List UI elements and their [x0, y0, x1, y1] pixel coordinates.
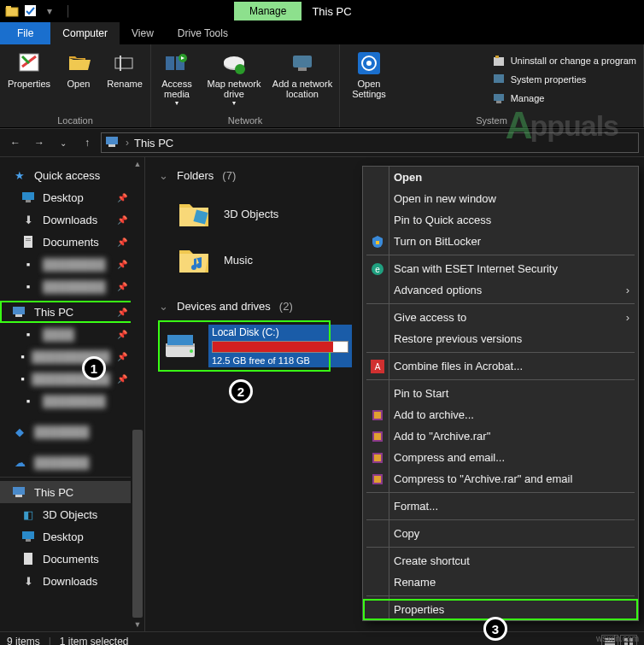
qat-check-icon[interactable] — [24, 4, 38, 18]
sidebar-item-hidden[interactable]: ☁███████ — [0, 451, 144, 473]
folder-icon: ▪ — [20, 280, 36, 293]
cm-pin-start[interactable]: Pin to Start — [363, 383, 638, 404]
map-drive-button[interactable]: Map network drive ▾ — [201, 48, 267, 114]
drive-local-c[interactable]: Local Disk (C:) 12.5 GB free of 118 GB — [159, 321, 330, 371]
ribbon-group-network: Access media ▾ Map network drive ▾ Add a… — [151, 44, 340, 127]
source-credit: wsxdn.com — [596, 634, 639, 643]
svg-rect-26 — [24, 236, 32, 248]
svg-rect-53 — [374, 476, 381, 483]
cm-format[interactable]: Format... — [363, 495, 638, 517]
svg-rect-32 — [15, 495, 22, 497]
sidebar-documents[interactable]: Documents 📌 — [0, 231, 144, 253]
sidebar-this-pc[interactable]: This PC 📌 — [0, 301, 144, 323]
cm-copy[interactable]: Copy — [363, 523, 638, 544]
uninstall-icon — [492, 54, 506, 67]
sidebar: ★ Quick access Desktop 📌 ⬇ Downloads 📌 D… — [0, 157, 145, 631]
sidebar-documents-tree[interactable]: Documents — [0, 548, 144, 570]
cm-open[interactable]: Open — [363, 167, 638, 188]
cm-eset-scan[interactable]: e Scan with ESET Internet Security — [363, 258, 638, 279]
downloads-icon: ⬇ — [20, 214, 36, 226]
cm-advanced-options[interactable]: Advanced options› — [363, 279, 638, 301]
desktop-icon — [20, 531, 36, 542]
sidebar-3d-objects[interactable]: ◧ 3D Objects — [0, 503, 144, 525]
sidebar-label: Desktop — [43, 191, 84, 204]
folder-icon: ▪ — [20, 328, 36, 341]
properties-icon — [15, 50, 43, 77]
qat-dropdown-icon[interactable]: ▾ — [43, 4, 56, 18]
pin-icon: 📌 — [117, 308, 127, 317]
svg-rect-49 — [374, 433, 381, 440]
sidebar-item-hidden[interactable]: ▪████📌 — [0, 323, 144, 345]
sidebar-scrollbar[interactable]: ▲ ▼ — [131, 157, 144, 631]
svg-rect-23 — [108, 144, 115, 147]
sidebar-downloads[interactable]: ⬇ Downloads 📌 — [0, 208, 144, 231]
back-button[interactable]: ← — [5, 132, 26, 153]
cm-properties[interactable]: Properties — [363, 599, 638, 620]
sidebar-item-hidden[interactable]: ◆███████ — [0, 420, 144, 443]
sidebar-this-pc-tree[interactable]: This PC — [0, 481, 144, 503]
cm-open-new-window[interactable]: Open in new window — [363, 188, 638, 209]
open-settings-button[interactable]: Open Settings — [343, 48, 395, 101]
sidebar-item-hidden[interactable]: ▪████████ — [0, 390, 144, 412]
access-media-button[interactable]: Access media ▾ — [155, 48, 199, 114]
sidebar-item-hidden[interactable]: ▪██████████📌 — [0, 367, 144, 390]
sidebar-label: Quick access — [34, 169, 100, 182]
scroll-up-icon[interactable]: ▲ — [134, 157, 142, 171]
submenu-arrow-icon: › — [626, 284, 629, 296]
group-count: (7) — [222, 169, 236, 182]
sidebar-item-hidden[interactable]: ▪████████📌 — [0, 275, 144, 297]
svg-rect-22 — [106, 137, 118, 144]
cm-create-shortcut[interactable]: Create shortcut — [363, 550, 638, 572]
cm-add-archive-rar[interactable]: Add to "Archive.rar" — [363, 425, 638, 447]
sidebar-quick-access[interactable]: ★ Quick access — [0, 164, 144, 186]
settings-icon — [355, 50, 383, 77]
open-button[interactable]: Open — [56, 48, 101, 114]
manage-tab[interactable]: Manage — [234, 2, 302, 21]
watermark-text: ppuals — [530, 109, 618, 143]
sidebar-label: Downloads — [43, 214, 97, 226]
cm-compress-rar-email[interactable]: Compress to "Archive.rar" and email — [363, 468, 638, 490]
folder-name: 3D Objects — [224, 208, 278, 220]
cm-give-access[interactable]: Give access to› — [363, 307, 638, 328]
sidebar-desktop-tree[interactable]: Desktop — [0, 525, 144, 548]
explorer-icon — [5, 4, 19, 18]
system-properties-button[interactable]: System properties — [489, 70, 640, 89]
cm-restore-versions[interactable]: Restore previous versions — [363, 328, 638, 349]
dropdown-arrow-icon: ▾ — [232, 99, 236, 107]
properties-label: Properties — [8, 79, 50, 89]
cm-add-archive[interactable]: Add to archive... — [363, 404, 638, 425]
svg-rect-1 — [6, 6, 11, 9]
recent-dropdown[interactable]: ⌄ — [53, 132, 73, 153]
cm-rename[interactable]: Rename — [363, 572, 638, 593]
tab-file[interactable]: File — [0, 22, 50, 44]
uninstall-program-button[interactable]: Uninstall or change a program — [489, 51, 640, 70]
media-icon — [163, 50, 190, 77]
up-button[interactable]: ↑ — [77, 132, 97, 153]
tab-computer[interactable]: Computer — [50, 22, 120, 44]
folder-icon: ▪ — [20, 350, 25, 363]
properties-button[interactable]: Properties — [3, 48, 55, 114]
sidebar-label: Documents — [43, 236, 99, 249]
svg-rect-31 — [13, 487, 25, 495]
sidebar-item-hidden[interactable]: ▪████████📌 — [0, 253, 144, 275]
cm-bitlocker[interactable]: Turn on BitLocker — [363, 231, 638, 252]
scrollbar-thumb[interactable] — [132, 430, 143, 618]
tab-view[interactable]: View — [120, 22, 166, 44]
cm-compress-email[interactable]: Compress and email... — [363, 447, 638, 468]
sidebar-desktop[interactable]: Desktop 📌 — [0, 186, 144, 208]
svg-rect-0 — [6, 8, 18, 16]
forward-button[interactable]: → — [29, 132, 50, 153]
scroll-down-icon[interactable]: ▼ — [134, 618, 142, 631]
sidebar-downloads-tree[interactable]: ⬇ Downloads — [0, 570, 144, 592]
svg-rect-33 — [22, 531, 34, 539]
breadcrumb-this-pc[interactable]: This PC — [134, 137, 173, 150]
cm-acrobat-combine[interactable]: A Combine files in Acrobat... — [363, 355, 638, 377]
rename-button[interactable]: Rename — [102, 48, 147, 114]
cm-pin-quick-access[interactable]: Pin to Quick access — [363, 209, 638, 231]
sidebar-item-hidden[interactable]: ▪██████████📌 — [0, 345, 144, 367]
add-network-location-button[interactable]: Add a network location — [269, 48, 336, 114]
system-properties-icon — [492, 73, 506, 86]
access-media-label: Access media — [156, 79, 197, 99]
breadcrumb-separator-icon[interactable]: › — [126, 137, 129, 149]
tab-drive-tools[interactable]: Drive Tools — [166, 22, 240, 44]
